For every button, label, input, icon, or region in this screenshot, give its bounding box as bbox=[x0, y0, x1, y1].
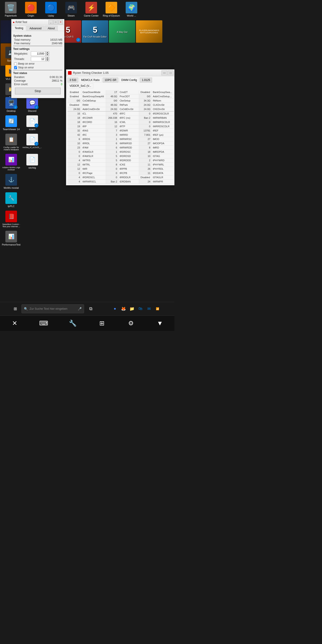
table-row: Disabled RttWr 48.0Ω RttPark 24.0Ω CLKDr… bbox=[68, 103, 174, 107]
search-placeholder: Zur Suche Text hier eingeben bbox=[30, 307, 76, 310]
vddcr-label: VDDCR_SoC (V... bbox=[68, 84, 93, 88]
desktop-icon-wows[interactable]: ⚓ WoWs mxstat bbox=[1, 173, 21, 190]
desktop-icon-scann[interactable]: 📄 ✓ scann bbox=[22, 114, 42, 132]
error-count-row: Error count: 0 bbox=[13, 83, 62, 86]
desktop-icon-perftest[interactable]: 📊 PerformanceTest bbox=[1, 230, 21, 247]
table-row: 6 tRRDS 1 tWRWRSC 27 tMOD bbox=[68, 137, 174, 141]
app-icon-uplay[interactable]: 🔵 Uplay bbox=[41, 1, 61, 19]
wrench-btn[interactable]: 🔧 bbox=[66, 317, 80, 330]
table-row: 10 tRRDL 6 tWRWRSD 27 tMODPDA bbox=[68, 141, 174, 146]
desktop-icon-noctua[interactable]: 📄 ✓ noctua_nf_a12x25_... bbox=[22, 133, 42, 152]
ryzen-maximize-btn[interactable]: □ bbox=[168, 70, 174, 75]
game-icon-wayout[interactable]: A Way Out bbox=[109, 20, 135, 43]
table-row: 0 tFAWDLR 1 tRDRDSC 18 tMRDPDA bbox=[68, 150, 174, 154]
taskbar: ⊞ 🔍 Zur Suche Text hier eingeben 🎤 ⧉ ● 🦊… bbox=[0, 302, 174, 331]
desktop-icon-desktop[interactable]: 🖥️ ✓ Desktop bbox=[1, 96, 21, 113]
chevron-down-btn[interactable]: ▼ bbox=[153, 317, 166, 330]
windows-btn[interactable]: ⊞ bbox=[95, 317, 108, 330]
desktop-icon-teamviewer[interactable]: 🔄 TeamViewer 14 bbox=[1, 114, 21, 132]
free-memory-row: Free memory: 2049 MB bbox=[13, 42, 62, 45]
tab-testing[interactable]: Testing bbox=[12, 26, 26, 31]
chrome-icon[interactable]: ● bbox=[111, 305, 118, 312]
ram-test-body: System status Total memory: 16315 MB Fre… bbox=[12, 31, 64, 98]
megabytes-down[interactable]: ▼ bbox=[46, 54, 49, 56]
table-row: 42 tRC 3 tWRRD 7.801 tREF (μs) bbox=[68, 133, 174, 137]
ryzen-table: Enabled GearDownMode 1T Cmd2T Disabled B… bbox=[68, 90, 174, 184]
table-row: 32 tRAS 7 tRDWR 13781 tREF bbox=[68, 128, 174, 133]
duration-row: Duration: 0:06:31:36 bbox=[13, 76, 62, 79]
desktop-icon-aslains[interactable]: 📊 Aslains WoWs Logs Archiver bbox=[1, 153, 21, 172]
desktop-icon-configloader[interactable]: 📋 Config Loader for Aslains Modpack bbox=[1, 133, 21, 152]
search-bar-area: ⊞ 🔍 Zur Suche Text hier eingeben 🎤 ⧉ ● 🦊… bbox=[0, 302, 174, 316]
ryzen-controls: — □ bbox=[162, 70, 174, 75]
mail-icon[interactable]: ✉ bbox=[145, 305, 152, 312]
settings-btn[interactable]: ⚙ bbox=[124, 317, 138, 330]
desktop-icon-wichtig[interactable]: 📄 wichtig bbox=[22, 153, 42, 172]
bottom-toolbar: ✕ ⌨ 🔧 ⊞ ⚙ ▼ bbox=[0, 316, 174, 331]
firefox-icon[interactable]: 🦊 bbox=[120, 305, 127, 312]
task-view-btn[interactable]: ⧉ bbox=[86, 304, 95, 313]
close-btn[interactable]: ✕ bbox=[8, 317, 21, 330]
app-icon-gamecenter[interactable]: ⚡ Game Center bbox=[82, 1, 101, 19]
ryzen-minimize-btn[interactable]: — bbox=[162, 70, 167, 75]
beep-on-error-row: Beep on error bbox=[13, 62, 62, 65]
system-status-label: System status bbox=[13, 34, 62, 37]
desktop-icon-tpplc[interactable]: 🔧 tpPLC bbox=[1, 192, 21, 208]
table-row: 4 tWTRS 5 tRDRDDD 2 tPHYWRD bbox=[68, 158, 174, 162]
tab-advanced[interactable]: Advanced bbox=[26, 26, 44, 31]
ram-test-close-btn[interactable]: ✕ bbox=[58, 20, 63, 24]
keyboard-btn[interactable]: ⌨ bbox=[37, 317, 50, 330]
app-icon-steam[interactable]: 🎮 Steam bbox=[61, 1, 81, 19]
app-icon-papierkorb[interactable]: 🗑️ Papierkorb bbox=[1, 1, 20, 19]
tab-about[interactable]: About bbox=[45, 26, 58, 31]
app-icon-ring[interactable]: 🔶 Ring of Elysium bbox=[102, 1, 121, 19]
megabytes-spinner: ▲ ▼ bbox=[46, 52, 49, 56]
file-manager-icon[interactable]: 📁 bbox=[128, 305, 136, 312]
table-row: Enabled GearDownMode 1T Cmd2T Disabled B… bbox=[68, 90, 174, 94]
test-settings-label: Test settings bbox=[13, 48, 62, 50]
ryzen-icon bbox=[68, 71, 72, 75]
ryzen-window: Ryzen Timing Checker 1.05 — □ 3 533 MEMC… bbox=[66, 69, 174, 185]
beep-on-error-checkbox[interactable] bbox=[14, 62, 17, 65]
ram-test-tabs: Testing Advanced About bbox=[12, 25, 64, 31]
test-status-label: Test status bbox=[13, 72, 62, 75]
threads-spinner: ▲ ▼ bbox=[46, 57, 49, 61]
threads-input[interactable] bbox=[31, 57, 46, 61]
table-row: Enabled BankGroupSwapAlt 48.0Ω ProcODT 0… bbox=[68, 94, 174, 98]
threads-down[interactable]: ▼ bbox=[46, 59, 49, 61]
megabytes-input[interactable] bbox=[31, 52, 46, 56]
app-icon-world[interactable]: 🌍 World ... bbox=[122, 1, 141, 19]
desktop-icon-speedtest[interactable]: 📕 Speedtest Custom - Test your internet … bbox=[1, 210, 21, 228]
stop-button[interactable]: Stop bbox=[15, 88, 60, 94]
table-row: 12 tWTRL 8 tCKE 11 tPHYWRL bbox=[68, 162, 174, 167]
game-icon-pubg[interactable]: PLAYERUNKNOWN'S BATTLEGROUNDS bbox=[136, 20, 162, 43]
store-icon[interactable]: 🛍 bbox=[137, 305, 144, 312]
ram-test-minimize-btn[interactable]: _ bbox=[48, 20, 53, 24]
ryzen-body: 3 533 MEMCLK Ratio 1DPC-SR DIMM Config 1… bbox=[66, 76, 174, 185]
dimm-value: 1DPC-SR bbox=[103, 78, 118, 82]
stop-on-error-row: Stop on error bbox=[13, 66, 62, 69]
ryzen-titlebar: Ryzen Timing Checker 1.05 — □ bbox=[66, 70, 174, 76]
threads-up[interactable]: ▲ bbox=[46, 57, 49, 59]
table-row: 18 tRCDRD 16 tCWL 0 tWRWRSCDLR bbox=[68, 120, 174, 124]
coverage-row: Coverage 28611 % bbox=[13, 79, 62, 82]
megabytes-up[interactable]: ▲ bbox=[46, 52, 49, 54]
ram-test-controls: _ □ ✕ bbox=[48, 20, 63, 24]
game-icon-farcry-ae[interactable]: 5 Far Cry® Arcade Editor bbox=[82, 20, 108, 43]
search-icon: 🔍 bbox=[24, 307, 28, 310]
ram-test-maximize-btn[interactable]: □ bbox=[54, 20, 58, 24]
threads-row: Threads: ▲ ▼ bbox=[13, 57, 62, 61]
search-box[interactable]: 🔍 Zur Suche Text hier eingeben 🎤 bbox=[22, 304, 84, 313]
stop-on-error-checkbox[interactable] bbox=[14, 66, 17, 69]
windows-start-btn[interactable]: ⊞ bbox=[11, 305, 19, 313]
ram-test-titlebar: ● RAM Test _ □ ✕ bbox=[12, 19, 64, 25]
table-row: 0 tRCPage 0 tRCPB 11 tRDDATA bbox=[68, 171, 174, 175]
ram-test-window: ● RAM Test _ □ ✕ Testing Advanced About … bbox=[11, 19, 64, 98]
table-row: 24.0Ω AddrCmdDrvStr 24.0Ω CsOdtDrvStr 24… bbox=[68, 107, 174, 112]
desktop-icon-discord[interactable]: 💬 ✓ Discord bbox=[22, 96, 42, 113]
total-memory-row: Total memory: 16315 MB bbox=[13, 38, 62, 41]
taskbar-right-icons: ● 🦊 📁 🛍 ✉ 📶 bbox=[111, 305, 163, 312]
table-row: 23 tFAW 6 tWRWRDD 8 tMRD bbox=[68, 146, 174, 150]
app-icon-origin[interactable]: 🔴 Origin bbox=[21, 1, 41, 19]
network-icon[interactable]: 📶 bbox=[154, 305, 161, 312]
